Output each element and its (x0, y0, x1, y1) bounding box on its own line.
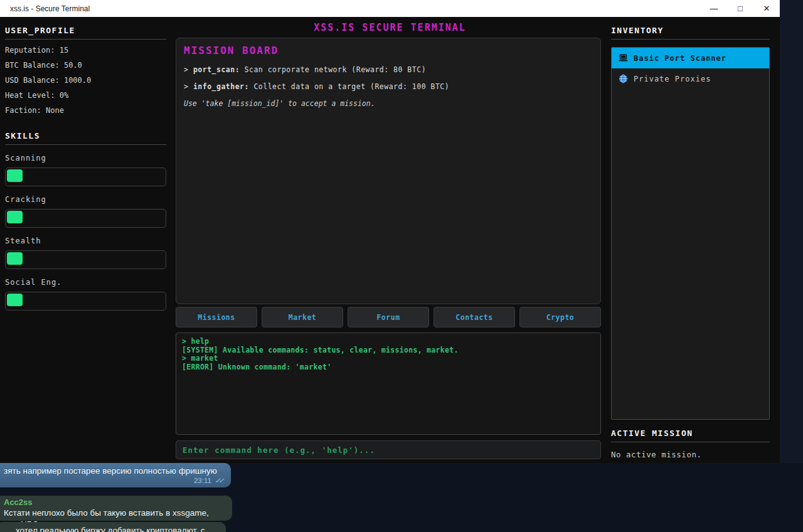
mission-id: port_scan: (193, 65, 240, 74)
prompt-symbol: > (184, 65, 188, 74)
skill-fill (7, 211, 23, 223)
profile-btc-balance: BTC Balance: 50.0 (5, 61, 166, 70)
chat-message-text: хотел реальную биржу добавить криптовалю… (16, 525, 217, 532)
console-line: > market (182, 354, 595, 363)
inventory-item-label: Basic Port Scanner (634, 54, 726, 63)
chat-outgoing-bubble: зять например постарее версию полностью … (0, 463, 231, 487)
mission-board-heading: MISSION BOARD (184, 45, 593, 56)
profile-usd-balance: USD Balance: 1000.0 (5, 77, 166, 85)
tab-missions[interactable]: Missions (176, 307, 257, 327)
sidebar-user-profile: USER_PROFILE Reputation: 15 BTC Balance:… (5, 26, 166, 311)
console-line: [SYSTEM] Available commands: status, cle… (182, 346, 595, 355)
chat-message-meta: 23:11 ✓✓ (4, 476, 222, 485)
skills-heading: SKILLS (5, 131, 166, 145)
skill-fill (7, 169, 23, 182)
chat-incoming-bubble: хотел реальную биржу добавить криптовалю… (0, 522, 226, 532)
active-mission-heading: ACTIVE MISSION (611, 428, 770, 442)
maximize-button[interactable]: □ (727, 0, 753, 17)
chat-timestamp: 23:11 (194, 477, 211, 484)
skill-label-stealth: Stealth (5, 237, 166, 245)
active-mission-status: No active mission. (611, 450, 770, 459)
mission-hint: Use 'take [mission_id]' to accept a miss… (184, 99, 593, 108)
inventory-heading: INVENTORY (611, 26, 770, 40)
sidebar-inventory: INVENTORY Basic Port Scanner Private Pro… (611, 26, 770, 459)
globe-icon (618, 74, 628, 84)
inventory-list: Basic Port Scanner Private Proxies (611, 47, 770, 420)
tab-market[interactable]: Market (262, 307, 343, 327)
profile-faction: Faction: None (5, 107, 166, 115)
console-line: > help (182, 338, 595, 346)
main-panel: MISSION BOARD > port_scan: Scan corporat… (176, 38, 601, 459)
skill-label-social-eng: Social Eng. (5, 278, 166, 287)
console-line: [ERROR] Unknown command: 'market' (182, 363, 595, 372)
skill-fill (7, 294, 23, 306)
tab-contacts[interactable]: Contacts (433, 307, 515, 327)
user-profile-heading: USER_PROFILE (5, 26, 166, 40)
profile-heat-level: Heat Level: 0% (5, 92, 166, 100)
console-output: > help [SYSTEM] Available commands: stat… (176, 332, 601, 435)
skill-bar-scanning (5, 168, 166, 186)
mission-desc: Collect data on a target (Reward: 100 BT… (249, 82, 449, 91)
mission-item-info-gather: > info_gather: Collect data on a target … (184, 82, 593, 91)
game-window: XSS.IS SECURE TERMINAL USER_PROFILE Repu… (0, 17, 780, 463)
command-input[interactable] (176, 440, 601, 459)
mission-item-port-scan: > port_scan: Scan corporate network (Rew… (184, 65, 593, 74)
skill-fill (7, 252, 23, 265)
inventory-item-basic-port-scanner[interactable]: Basic Port Scanner (612, 48, 769, 68)
window-title: xss.is - Secure Terminal (10, 4, 90, 13)
inventory-item-label: Private Proxies (634, 75, 711, 83)
skill-bar-cracking (5, 209, 166, 228)
skill-bar-social-eng (5, 292, 166, 311)
prompt-symbol: > (184, 82, 188, 91)
tab-bar: Missions Market Forum Contacts Crypto (176, 307, 601, 327)
skill-label-cracking: Cracking (5, 195, 166, 204)
chat-incoming-bubble: Acc2ss Кстати неплохо было бы такую вста… (0, 496, 232, 521)
profile-reputation: Reputation: 15 (5, 46, 166, 55)
skill-bar-stealth (5, 250, 166, 269)
chat-message-text: зять например постарее версию полностью … (4, 466, 222, 476)
tab-forum[interactable]: Forum (348, 307, 429, 327)
skill-label-scanning: Scanning (5, 154, 166, 162)
laptop-icon (618, 53, 628, 63)
background-chat: зять например постарее версию полностью … (0, 463, 803, 532)
mission-board-panel: MISSION BOARD > port_scan: Scan corporat… (176, 38, 601, 304)
tab-crypto[interactable]: Crypto (519, 307, 601, 327)
mission-id: info_gather: (193, 82, 249, 91)
background-strip (780, 0, 803, 463)
window-titlebar[interactable]: xss.is - Secure Terminal — □ ✕ (0, 0, 780, 17)
read-checkmarks-icon: ✓✓ (215, 476, 222, 485)
screen: xss.is - Secure Terminal — □ ✕ XSS.IS SE… (0, 0, 803, 532)
mission-desc: Scan corporate network (Reward: 80 BTC) (240, 65, 426, 74)
window-controls: — □ ✕ (701, 0, 780, 17)
inventory-item-private-proxies[interactable]: Private Proxies (612, 68, 769, 89)
minimize-button[interactable]: — (701, 0, 727, 17)
close-button[interactable]: ✕ (753, 0, 780, 17)
chat-sender-name: Acc2ss (4, 497, 223, 508)
